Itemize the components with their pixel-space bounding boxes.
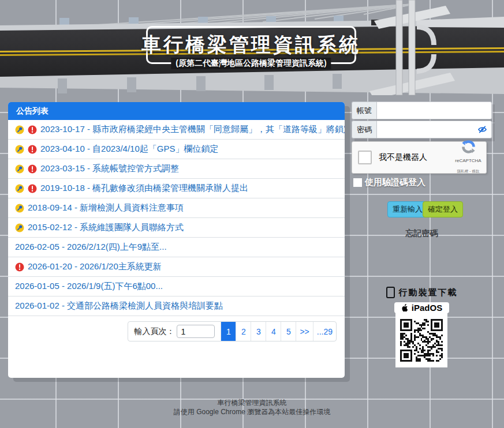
ipados-badge[interactable]: iPadOS: [394, 302, 449, 313]
page-button-5[interactable]: 5: [281, 322, 296, 341]
qr-code: [400, 319, 443, 362]
site-title-box: 車行橋梁管理資訊系統 (原第二代臺灣地區公路橋梁管理資訊系統): [146, 26, 356, 64]
page-number-input[interactable]: [177, 325, 215, 338]
page-input-label: 輸入頁次：: [128, 322, 176, 341]
recaptcha-brand: reCAPTCHA 隱私權 - 條款: [453, 140, 483, 175]
announcement-item[interactable]: 2026-01-05 - 2026/1/9(五)下午6點00...: [8, 277, 345, 296]
platform-row: iPadOS: [352, 302, 492, 313]
account-input[interactable]: [376, 102, 492, 119]
exclamation-icon: [28, 125, 37, 134]
qr-code-box: [395, 313, 447, 367]
footer-line1: 車行橋梁管理資訊系統: [0, 398, 504, 407]
announcement-link[interactable]: 2026-01-05 - 2026/1/9(五)下午6點00...: [15, 281, 163, 292]
mobile-download-label: 行動裝置下載: [399, 287, 458, 298]
announcement-item[interactable]: 2026-01-20 - 2026/1/20主系統更新: [8, 257, 345, 277]
recaptcha-brand-name: reCAPTCHA: [455, 158, 481, 163]
announcement-item[interactable]: 2023-03-15 - 系統帳號控管方式調整: [8, 159, 345, 179]
pagination: 輸入頁次： 1 2 3 4 5 >> ...29: [8, 321, 337, 341]
reset-button[interactable]: 重新輸入: [387, 201, 428, 217]
announcement-link[interactable]: 2023-04-10 - 自2023/4/10起「GPS」欄位鎖定: [40, 144, 218, 155]
exclamation-icon: [28, 184, 37, 193]
announcement-item[interactable]: 2018-09-14 - 新增檢測人員資料注意事項: [8, 198, 345, 218]
announcement-link[interactable]: 2023-03-15 - 系統帳號控管方式調整: [40, 163, 179, 174]
page-button-4[interactable]: 4: [266, 322, 281, 341]
password-group: 密碼: [352, 121, 492, 138]
bridge-header: 車行橋梁管理資訊系統 (原第二代臺灣地區公路橋梁管理資訊系統): [0, 0, 504, 95]
site-subtitle: (原第二代臺灣地區公路橋梁管理資訊系統): [171, 58, 331, 69]
ipados-label: iPadOS: [412, 303, 442, 313]
announcement-panel: 公告列表 2023-10-17 - 縣市政府橋梁經中央主管機關「同意歸屬」，其「…: [8, 102, 345, 378]
forgot-password-link[interactable]: 忘記密碼: [352, 228, 492, 239]
exclamation-icon: [15, 262, 24, 272]
announcement-item[interactable]: 2026-02-05 - 2026/2/12(四)上午9點至...: [8, 238, 345, 257]
captcha-login-option[interactable]: 使用驗證碼登入: [353, 177, 425, 188]
announcement-link[interactable]: 2015-02-12 - 系統維護團隊人員聯絡方式: [28, 222, 184, 233]
recaptcha-label: 我不是機器人: [379, 152, 427, 163]
announcement-item[interactable]: 2015-02-12 - 系統維護團隊人員聯絡方式: [8, 218, 345, 238]
mobile-download[interactable]: 行動裝置下載: [352, 287, 492, 298]
pushpin-icon: [15, 223, 24, 232]
exclamation-icon: [28, 145, 37, 154]
announcement-link[interactable]: 2026-02-05 - 2026/2/12(四)上午9點至...: [15, 242, 167, 253]
captcha-login-checkbox[interactable]: [353, 178, 362, 187]
eye-slash-icon[interactable]: [477, 125, 487, 134]
password-input[interactable]: [376, 121, 492, 138]
announcement-item[interactable]: 2026-01-02 - 交通部公路橋梁檢測人員資格與培訓要點: [8, 296, 345, 316]
page-button-3[interactable]: 3: [251, 322, 266, 341]
recaptcha-checkbox[interactable]: [358, 151, 372, 164]
announcement-list: 2023-10-17 - 縣市政府橋梁經中央主管機關「同意歸屬」，其「道路等級」…: [8, 120, 345, 316]
site-title: 車行橋梁管理資訊系統: [141, 32, 361, 58]
apple-logo: [401, 303, 409, 312]
pushpin-icon: [15, 164, 24, 174]
footer: 車行橋梁管理資訊系統 請使用 Google Chrome 瀏覽器為本站最佳操作環…: [0, 398, 504, 416]
login-button[interactable]: 確定登入: [423, 201, 463, 217]
recaptcha-logo: [462, 140, 475, 153]
pushpin-icon: [15, 145, 24, 154]
password-label: 密碼: [352, 121, 376, 138]
page-button-1[interactable]: 1: [221, 322, 236, 341]
recaptcha-terms-link[interactable]: 隱私權 - 條款: [457, 169, 479, 173]
pagination-bar: 輸入頁次： 1 2 3 4 5 >> ...29: [128, 321, 337, 341]
announcement-link[interactable]: 2023-10-17 - 縣市政府橋梁經中央主管機關「同意歸屬」，其「道路等級」…: [40, 124, 345, 135]
page-button-more[interactable]: ...29: [313, 322, 336, 341]
exclamation-icon: [28, 164, 37, 174]
captcha-login-label: 使用驗證碼登入: [365, 177, 425, 188]
pushpin-icon: [15, 184, 24, 193]
page: 車行橋梁管理資訊系統 (原第二代臺灣地區公路橋梁管理資訊系統) 公告列表 202…: [0, 0, 504, 428]
pushpin-icon: [15, 125, 24, 134]
account-group: 帳號: [352, 102, 492, 119]
account-label: 帳號: [352, 102, 376, 119]
page-button-2[interactable]: 2: [236, 322, 251, 341]
announcement-item[interactable]: 2023-10-17 - 縣市政府橋梁經中央主管機關「同意歸屬」，其「道路等級」…: [8, 120, 345, 140]
footer-line2: 請使用 Google Chrome 瀏覽器為本站最佳操作環境: [0, 407, 504, 416]
announcement-link[interactable]: 2026-01-20 - 2026/1/20主系統更新: [28, 261, 162, 272]
mobile-device-icon: [386, 287, 395, 298]
announcement-link[interactable]: 2018-09-14 - 新增檢測人員資料注意事項: [28, 202, 184, 213]
announcement-panel-title: 公告列表: [8, 102, 345, 120]
pushpin-icon: [15, 204, 24, 213]
announcement-item[interactable]: 2023-04-10 - 自2023/4/10起「GPS」欄位鎖定: [8, 140, 345, 159]
announcement-item[interactable]: 2019-10-18 - 橋孔數修改須由橋梁管理機關承辦人提出: [8, 179, 345, 198]
recaptcha-widget: 我不是機器人 reCAPTCHA 隱私權 - 條款: [352, 141, 487, 174]
announcement-link[interactable]: 2019-10-18 - 橋孔數修改須由橋梁管理機關承辦人提出: [40, 183, 248, 194]
announcement-link[interactable]: 2026-01-02 - 交通部公路橋梁檢測人員資格與培訓要點: [15, 301, 223, 311]
page-button-next[interactable]: >>: [296, 322, 312, 341]
